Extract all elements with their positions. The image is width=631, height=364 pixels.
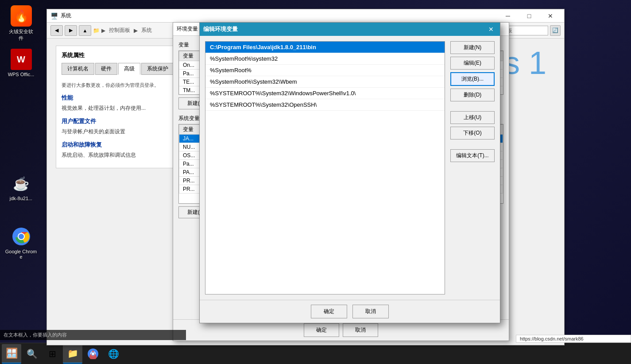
- icon-jdk[interactable]: ☕ jdk-8u21...: [4, 171, 39, 203]
- edit-delete-button[interactable]: 删除(D): [450, 89, 495, 101]
- close-button[interactable]: ✕: [540, 9, 561, 23]
- system-titlebar: 🖥️ 系统 ─ □ ✕: [47, 9, 564, 23]
- edit-env-dialog: 编辑环境变量 ✕ C:\Program Files\Java\jdk1.8.0_…: [199, 22, 500, 323]
- taskbar-edge[interactable]: 🌐: [104, 344, 123, 364]
- taskbar-explorer[interactable]: 📁: [63, 344, 82, 364]
- taskbar-taskview[interactable]: ⊞: [43, 344, 62, 364]
- edit-move-down-button[interactable]: 下移(O): [450, 127, 495, 139]
- path-list[interactable]: C:\Program Files\Java\jdk1.8.0_211\bin %…: [205, 41, 445, 294]
- path-item-0[interactable]: C:\Program Files\Java\jdk1.8.0_211\bin: [205, 42, 445, 53]
- back-button[interactable]: ◀: [50, 25, 63, 36]
- taskbar: 🪟 🔍 ⊞ 📁 🌐: [0, 343, 631, 364]
- edit-browse-button[interactable]: 浏览(B)...: [450, 72, 495, 86]
- taskbar-chrome[interactable]: [83, 344, 103, 364]
- edit-env-title: 编辑环境变量: [203, 25, 238, 33]
- tab-computername[interactable]: 计算机名: [62, 63, 94, 75]
- path-list-container: C:\Program Files\Java\jdk1.8.0_211\bin %…: [205, 41, 445, 294]
- svg-point-3: [19, 234, 24, 239]
- tab-advanced[interactable]: 高级: [118, 63, 140, 75]
- path-item-5[interactable]: %SYSTEMROOT%\System32\OpenSSH\: [205, 99, 445, 111]
- titlebar-controls: ─ □ ✕: [498, 9, 561, 23]
- edit-env-close[interactable]: ✕: [486, 24, 496, 34]
- taskbar-search[interactable]: 🔍: [22, 344, 42, 364]
- edit-env-content: C:\Program Files\Java\jdk1.8.0_211\bin %…: [200, 36, 500, 300]
- edit-move-up-button[interactable]: 上移(U): [450, 111, 495, 124]
- path-item-3[interactable]: %SystemRoot%\System32\Wbem: [205, 76, 445, 88]
- env-dialog-title: 环境变量: [177, 25, 198, 33]
- edit-text-button[interactable]: 编辑文本(T)...: [450, 149, 495, 162]
- forward-button[interactable]: ▶: [65, 25, 77, 36]
- icon-huorong[interactable]: 🔥 火绒安全软件: [4, 4, 39, 43]
- edit-cancel-button[interactable]: 取消: [352, 305, 389, 318]
- edit-env-titlebar: 编辑环境变量 ✕: [200, 23, 500, 36]
- path-item-4[interactable]: %SYSTEMROOT%\System32\WindowsPowerShell\…: [205, 88, 445, 99]
- edit-right-buttons: 新建(N) 编辑(E) 浏览(B)... 删除(D) 上移(U) 下移(O) 编…: [450, 41, 495, 294]
- env-cancel-button[interactable]: 取消: [343, 323, 378, 337]
- edit-ok-button[interactable]: 确定: [311, 305, 347, 318]
- edit-edit-button[interactable]: 编辑(E): [450, 57, 495, 70]
- refresh-button[interactable]: 🔄: [550, 25, 561, 36]
- edit-dialog-footer: 确定 取消: [200, 300, 500, 323]
- icon-chrome[interactable]: Google Chrome: [4, 224, 39, 261]
- env-ok-button[interactable]: 确定: [304, 323, 339, 337]
- minimize-button[interactable]: ─: [498, 9, 518, 23]
- taskbar-start[interactable]: 🪟: [2, 344, 21, 364]
- path-item-1[interactable]: %SystemRoot%\system32: [205, 53, 445, 65]
- maximize-button[interactable]: □: [519, 9, 539, 23]
- titlebar-title-area: 🖥️ 系统: [50, 12, 71, 19]
- taskbar-items: 🪟 🔍 ⊞ 📁 🌐: [0, 343, 125, 364]
- bottom-hint-text: 在文本框入，你要插入的内容: [0, 330, 186, 340]
- edit-new-button[interactable]: 新建(N): [450, 41, 495, 54]
- up-button[interactable]: ▲: [79, 25, 91, 36]
- tab-sysprotect[interactable]: 系统保护: [141, 63, 174, 75]
- url-bar: https://blog.csdn.net/smark86: [516, 335, 631, 343]
- tab-hardware[interactable]: 硬件: [95, 63, 117, 75]
- icon-wps[interactable]: W WPS Offic...: [4, 47, 39, 79]
- desktop-icons-container: 🔥 火绒安全软件 W WPS Offic... ☕ jdk-8u21... Go…: [0, 0, 42, 345]
- system-title: 系统: [61, 12, 71, 19]
- path-item-2[interactable]: %SystemRoot%: [205, 65, 445, 76]
- svg-point-7: [92, 352, 94, 355]
